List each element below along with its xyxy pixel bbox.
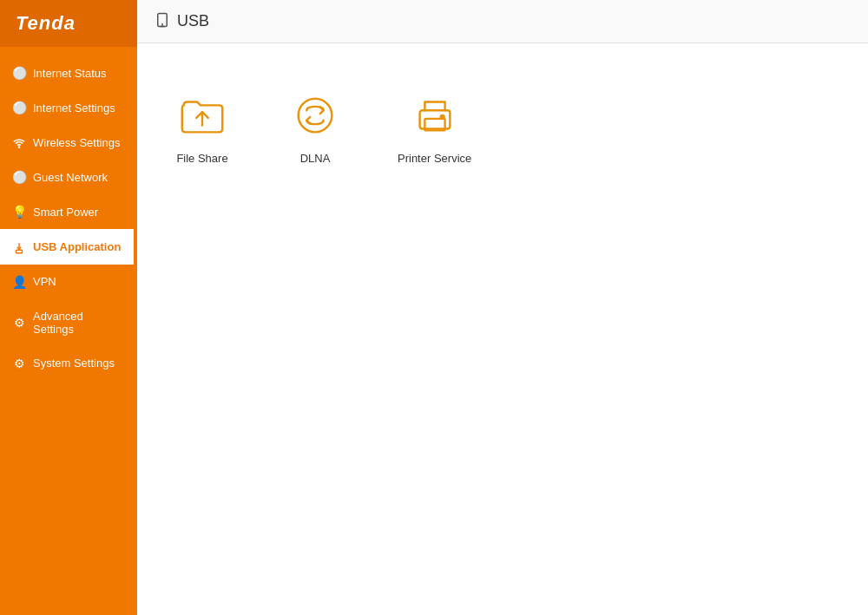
main-content: USB File Share xyxy=(137,0,868,615)
sidebar-label-vpn: VPN xyxy=(33,275,56,288)
sidebar-item-internet-status[interactable]: ⚪ Internet Status xyxy=(0,56,137,90)
content-area: File Share DLNA xyxy=(137,43,868,615)
page-header: USB xyxy=(137,0,868,43)
sidebar-label-usb-application: USB Application xyxy=(33,240,121,253)
sidebar-item-internet-settings[interactable]: ⚪ Internet Settings xyxy=(0,90,137,125)
file-share-icon xyxy=(174,87,231,143)
brand-name: Tenda xyxy=(16,12,76,35)
user-wifi-icon: ⚪ xyxy=(12,170,26,184)
tile-dlna-label: DLNA xyxy=(300,152,331,165)
sidebar-item-guest-network[interactable]: ⚪ Guest Network xyxy=(0,160,137,194)
svg-point-6 xyxy=(299,98,332,132)
page-title: USB xyxy=(177,12,209,30)
svg-point-9 xyxy=(440,115,444,119)
tile-file-share[interactable]: File Share xyxy=(163,78,241,173)
tile-printer-service-label: Printer Service xyxy=(398,152,471,165)
tile-printer-service[interactable]: Printer Service xyxy=(389,78,480,173)
bulb-icon: 💡 xyxy=(12,205,26,219)
shield-icon: 👤 xyxy=(12,275,26,289)
sidebar-item-vpn[interactable]: 👤 VPN xyxy=(0,265,137,299)
sidebar-label-guest-network: Guest Network xyxy=(33,171,108,184)
sidebar: Tenda ⚪ Internet Status ⚪ Internet Setti… xyxy=(0,0,137,615)
wrench-icon: ⚙ xyxy=(12,316,26,330)
sidebar-label-internet-settings: Internet Settings xyxy=(33,101,115,114)
sidebar-label-wireless-settings: Wireless Settings xyxy=(33,136,120,149)
wifi-icon xyxy=(12,135,26,149)
sidebar-label-advanced-settings: Advanced Settings xyxy=(33,310,125,336)
sidebar-item-advanced-settings[interactable]: ⚙ Advanced Settings xyxy=(0,299,137,346)
gear-icon: ⚙ xyxy=(12,357,26,370)
globe-icon: ⚪ xyxy=(12,66,26,80)
brand-logo: Tenda xyxy=(0,0,137,47)
sidebar-label-system-settings: System Settings xyxy=(33,357,115,370)
globe-gear-icon: ⚪ xyxy=(12,101,26,114)
sidebar-nav: ⚪ Internet Status ⚪ Internet Settings Wi… xyxy=(0,47,137,381)
sidebar-item-system-settings[interactable]: ⚙ System Settings xyxy=(0,346,137,381)
sidebar-item-wireless-settings[interactable]: Wireless Settings xyxy=(0,125,137,160)
svg-rect-1 xyxy=(16,250,23,253)
tile-file-share-label: File Share xyxy=(176,152,227,165)
sidebar-label-smart-power: Smart Power xyxy=(33,206,98,219)
tile-dlna[interactable]: DLNA xyxy=(276,78,354,173)
page-header-usb-icon xyxy=(155,12,170,31)
svg-point-0 xyxy=(18,147,19,147)
usb-nav-icon xyxy=(12,239,26,253)
dlna-icon xyxy=(287,87,344,143)
sidebar-item-smart-power[interactable]: 💡 Smart Power xyxy=(0,194,137,229)
printer-service-icon xyxy=(406,87,463,143)
sidebar-item-usb-application[interactable]: USB Application xyxy=(0,229,137,264)
usb-tiles: File Share DLNA xyxy=(163,78,842,173)
sidebar-label-internet-status: Internet Status xyxy=(33,67,107,80)
